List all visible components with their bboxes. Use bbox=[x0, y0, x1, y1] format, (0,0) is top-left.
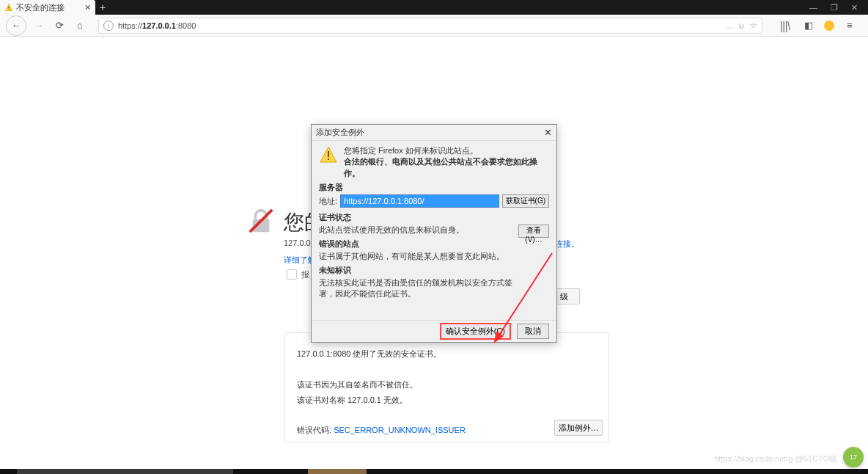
reload-button[interactable]: ⟳ bbox=[51, 18, 67, 34]
window-close[interactable]: ✕ bbox=[851, 3, 858, 12]
svg-rect-6 bbox=[328, 151, 329, 157]
get-certificate-button[interactable]: 获取证书(G) bbox=[502, 194, 549, 208]
window-minimize[interactable]: — bbox=[809, 3, 817, 12]
dialog-title: 添加安全例外 bbox=[316, 127, 364, 138]
nav-bar: ← → ⟳ ⌂ i https:// 127.0.0.1 :8080 … ☺ ☆… bbox=[0, 15, 868, 37]
view-certificate-button[interactable]: 查看(V)… bbox=[518, 225, 549, 238]
svg-rect-1 bbox=[8, 7, 9, 9]
bookmark-icon[interactable]: ☆ bbox=[750, 21, 757, 30]
wrong-site-label: 错误的站点 bbox=[319, 238, 549, 249]
unknown-id-label: 未知标识 bbox=[319, 265, 549, 276]
window-controls: — ❐ ✕ bbox=[809, 3, 868, 12]
details-line1: 127.0.0.1:8080 使用了无效的安全证书。 bbox=[297, 346, 597, 362]
cert-details-box: 127.0.0.1:8080 使用了无效的安全证书。 该证书因为其自签名而不被信… bbox=[284, 332, 609, 442]
browser-tab[interactable]: 不安全的连接 ✕ bbox=[0, 0, 95, 15]
taskbar-segment-2 bbox=[308, 469, 367, 474]
url-prefix: https:// bbox=[118, 21, 142, 30]
dialog-close-icon[interactable]: ✕ bbox=[544, 127, 552, 138]
address-label: 地址: bbox=[319, 196, 337, 207]
svg-rect-7 bbox=[328, 158, 329, 160]
warning-icon bbox=[319, 145, 338, 164]
sidebar-icon[interactable]: ◧ bbox=[801, 18, 817, 34]
library-icon[interactable]: |||\ bbox=[777, 15, 793, 34]
url-bar[interactable]: i https:// 127.0.0.1 :8080 … ☺ ☆ bbox=[98, 18, 762, 34]
taskbar-segment bbox=[17, 469, 233, 474]
dialog-footer: 确认安全例外(C) 取消 bbox=[312, 320, 556, 342]
server-section-label: 服务器 bbox=[319, 182, 549, 193]
site-info-icon[interactable]: i bbox=[103, 21, 114, 31]
cert-status-label: 证书状态 bbox=[319, 212, 549, 223]
wrong-site-text: 证书属于其他网站，有可能是某人想要冒充此网站。 bbox=[319, 251, 549, 262]
reader-mode-icon[interactable]: ☺ bbox=[738, 21, 746, 30]
menu-icon[interactable]: ≡ bbox=[842, 18, 858, 34]
tab-close-icon[interactable]: ✕ bbox=[84, 3, 91, 12]
url-port: :8080 bbox=[176, 21, 196, 30]
forward-button[interactable]: → bbox=[31, 18, 47, 34]
page-content: 您的 127.0.0. 立连接。 详细了解 报 级 127.0.0.1:8080… bbox=[0, 37, 868, 474]
details-line3: 该证书对名称 127.0.0.1 无效。 bbox=[297, 393, 597, 408]
watermark-text: https://blog.csdn.net/g @51CTO链 bbox=[714, 453, 837, 464]
svg-rect-2 bbox=[8, 9, 9, 10]
tab-bar: 不安全的连接 ✕ + — ❐ ✕ bbox=[0, 0, 868, 15]
dialog-warn-line2: 合法的银行、电商以及其他公共站点不会要求您如此操作。 bbox=[344, 156, 549, 179]
warning-icon bbox=[4, 3, 13, 12]
tab-title: 不安全的连接 bbox=[16, 2, 65, 13]
report-label: 报 bbox=[301, 269, 309, 280]
dialog-titlebar[interactable]: 添加安全例外 ✕ bbox=[312, 125, 556, 141]
insecure-lock-icon bbox=[247, 207, 275, 235]
url-more-icon[interactable]: … bbox=[725, 21, 733, 30]
add-exception-dialog: 添加安全例外 ✕ 您将指定 Firefox 如何来标识此站点。 合法的银行、电商… bbox=[311, 124, 557, 343]
cert-status-text: 此站点尝试使用无效的信息来标识自身。 bbox=[319, 225, 549, 236]
toolbar-right: |||\ ◧ ≡ bbox=[773, 18, 862, 34]
window-maximize[interactable]: ❐ bbox=[831, 3, 838, 12]
profile-icon[interactable] bbox=[824, 21, 834, 31]
report-checkbox[interactable] bbox=[287, 269, 297, 280]
address-input[interactable] bbox=[340, 194, 499, 208]
details-line2: 该证书因为其自签名而不被信任。 bbox=[297, 377, 597, 393]
new-tab-button[interactable]: + bbox=[95, 1, 110, 13]
error-code-label: 错误代码: bbox=[297, 426, 334, 434]
page-subtitle: 127.0.0. bbox=[284, 238, 313, 247]
back-button[interactable]: ← bbox=[6, 15, 26, 36]
home-button[interactable]: ⌂ bbox=[72, 18, 88, 34]
error-code[interactable]: SEC_ERROR_UNKNOWN_ISSUER bbox=[334, 426, 466, 434]
add-exception-button[interactable]: 添加例外… bbox=[554, 420, 603, 436]
confirm-exception-button[interactable]: 确认安全例外(C) bbox=[440, 323, 511, 340]
floating-badge[interactable]: 17 bbox=[843, 447, 864, 467]
unknown-id-text: 无法核实此证书是否由受信任的颁发机构以安全方式签署，因此不能信任此证书。 bbox=[319, 277, 549, 299]
url-host: 127.0.0.1 bbox=[142, 21, 176, 30]
dialog-warn-line1: 您将指定 Firefox 如何来标识此站点。 bbox=[344, 145, 549, 156]
cancel-button[interactable]: 取消 bbox=[517, 324, 549, 339]
